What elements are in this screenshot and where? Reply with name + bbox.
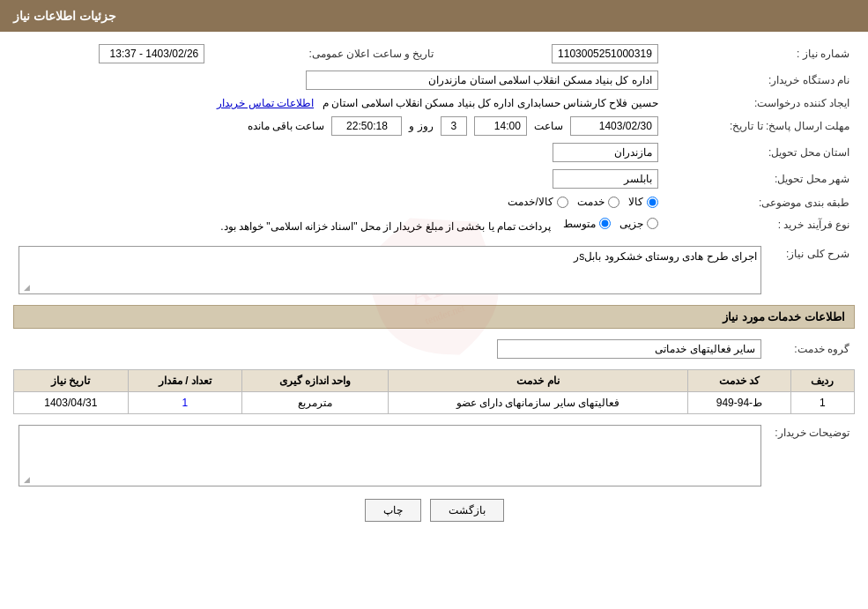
sharh-label: شرح کلی نیاز: [767, 242, 855, 298]
deadline-time-label: ساعت [534, 120, 563, 132]
goroh-label: گروه خدمت: [767, 336, 855, 362]
col-radif: ردیف [790, 370, 854, 392]
radio-kala: کالا [628, 196, 658, 208]
button-row: بازگشت چاپ [13, 499, 855, 522]
cell-code: ط-94-949 [688, 392, 791, 414]
deadline-flex: 1403/02/30 ساعت 14:00 3 روز و 22:50:18 س… [19, 116, 658, 136]
page-wrapper: جزئیات اطلاعات نیاز ATA tender.net شماره… [0, 0, 868, 609]
goroh-table: گروه خدمت: سایر فعالیتهای خدماتی [13, 336, 855, 362]
col-count: تعداد / مقدار [128, 370, 241, 392]
goroh-row: گروه خدمت: سایر فعالیتهای خدماتی [13, 336, 855, 362]
radio-jozei-input[interactable] [647, 218, 658, 229]
radio-motavaset-input[interactable] [599, 218, 611, 229]
services-data-table: ردیف کد خدمت نام خدمت واحد اندازه گیری ت… [13, 369, 855, 414]
radio-kala-khedmat-label: کالا/خدمت [508, 196, 553, 208]
deadline-unit: ساعت باقی مانده [248, 120, 325, 132]
dasgah-label: نام دستگاه خریدار: [664, 67, 855, 93]
purchase-type-label: نوع فرآیند خرید : [664, 214, 855, 236]
radio-motavaset: متوسط [563, 218, 611, 230]
back-button[interactable]: بازگشت [430, 499, 504, 522]
notes-resize-handle: ◢ [21, 475, 30, 484]
row-purchase-type: نوع فرآیند خرید : جزیی متوسط پرداخت تمام… [13, 214, 855, 236]
deadline-remaining-box: 22:50:18 [331, 116, 402, 136]
goroh-value-cell: سایر فعالیتهای خدماتی [13, 336, 767, 362]
radio-kala-khedmat: کالا/خدمت [508, 196, 568, 208]
goroh-box: سایر فعالیتهای خدماتی [497, 339, 761, 359]
sharh-row: شرح کلی نیاز: اجرای طرح هادی روستای خشکر… [13, 242, 855, 298]
purchase-desc-text: پرداخت تمام یا بخشی از مبلغ خریدار از مح… [220, 219, 551, 232]
classification-radios: کالا خدمت کالا/خدمت [13, 192, 664, 214]
radio-kala-input[interactable] [647, 197, 658, 208]
date-label: تاریخ و ساعت اعلان عمومی: [210, 41, 439, 67]
classification-label: طبقه بندی موضوعی: [664, 192, 855, 214]
contact-link[interactable]: اطلاعات تماس خریدار [217, 97, 314, 109]
cell-radif: 1 [790, 392, 854, 414]
col-unit: واحد اندازه گیری [242, 370, 389, 392]
notes-value-cell: ◢ [13, 421, 767, 490]
radio-khedmat: خدمت [577, 196, 619, 208]
deadline-day-label: روز و [409, 120, 433, 132]
deadline-label: مهلت ارسال پاسخ: تا تاریخ: [664, 113, 855, 139]
shomare-box: 1103005251000319 [552, 44, 658, 63]
main-content: ATA tender.net شماره نیاز : 110300525100… [0, 32, 868, 539]
radio-kala-khedmat-input[interactable] [557, 197, 568, 208]
city-value: بابلسر [13, 166, 664, 192]
purchase-group: جزیی متوسط [563, 218, 658, 230]
row-shomare-date: شماره نیاز : 1103005251000319 تاریخ و سا… [13, 41, 855, 67]
dasgah-value: اداره کل بنیاد مسکن انقلاب اسلامی استان … [13, 67, 664, 93]
dasgah-box: اداره کل بنیاد مسکن انقلاب اسلامی استان … [306, 71, 658, 90]
classification-group: کالا خدمت کالا/خدمت [508, 196, 657, 208]
services-section-title: اطلاعات خدمات مورد نیاز [13, 305, 855, 329]
creator-text: حسین فلاح کارشناس حسابداری اداره کل بنیا… [323, 97, 658, 109]
city-box: بابلسر [553, 169, 658, 189]
resize-handle: ◢ [21, 283, 30, 292]
radio-motavaset-label: متوسط [563, 218, 596, 230]
row-deadline: مهلت ارسال پاسخ: تا تاریخ: 1403/02/30 سا… [13, 113, 855, 139]
col-code: کد خدمت [688, 370, 791, 392]
cell-name: فعالیتهای سایر سازمانهای دارای عضو [388, 392, 687, 414]
shomare-value: 1103005251000319 [465, 41, 664, 67]
cell-count: 1 [128, 392, 241, 414]
page-title: جزئیات اطلاعات نیاز [13, 9, 116, 23]
radio-khedmat-input[interactable] [608, 197, 619, 208]
radio-jozei: جزیی [619, 218, 658, 230]
province-box: مازندران [553, 143, 658, 162]
services-tbody: 1 ط-94-949 فعالیتهای سایر سازمانهای دارا… [14, 392, 855, 414]
sharh-textarea-wrapper: اجرای طرح هادی روستای خشکرود بابلsر ◢ [19, 246, 761, 294]
row-city: شهر محل تحویل: بابلسر [13, 166, 855, 192]
notes-row: توضیحات خریدار: ◢ [13, 421, 855, 490]
province-label: استان محل تحویل: [664, 139, 855, 166]
col-date: تاریخ نیاز [14, 370, 129, 392]
services-thead: ردیف کد خدمت نام خدمت واحد اندازه گیری ت… [14, 370, 855, 392]
row-dasgah: نام دستگاه خریدار: اداره کل بنیاد مسکن ا… [13, 67, 855, 93]
deadline-date-box: 1403/02/30 [570, 116, 658, 136]
deadline-day-box: 3 [441, 116, 467, 136]
radio-jozei-label: جزیی [619, 218, 643, 230]
col-name: نام خدمت [388, 370, 687, 392]
info-table: شماره نیاز : 1103005251000319 تاریخ و سا… [13, 41, 855, 235]
print-button[interactable]: چاپ [365, 499, 421, 522]
notes-table: توضیحات خریدار: ◢ [13, 421, 855, 490]
deadline-time-box: 14:00 [474, 116, 527, 136]
services-header-row: ردیف کد خدمت نام خدمت واحد اندازه گیری ت… [14, 370, 855, 392]
province-value: مازندران [13, 139, 664, 166]
sharh-value-cell: اجرای طرح هادی روستای خشکرود بابلsر ◢ [13, 242, 767, 298]
sharh-table: شرح کلی نیاز: اجرای طرح هادی روستای خشکر… [13, 242, 855, 298]
date-value: 1403/02/26 - 13:37 [13, 41, 210, 67]
deadline-row: 1403/02/30 ساعت 14:00 3 روز و 22:50:18 س… [13, 113, 664, 139]
table-row: 1 ط-94-949 فعالیتهای سایر سازمانهای دارا… [14, 392, 855, 414]
cell-date: 1403/04/31 [14, 392, 129, 414]
city-label: شهر محل تحویل: [664, 166, 855, 192]
page-header: جزئیات اطلاعات نیاز [0, 0, 868, 32]
creator-value: حسین فلاح کارشناس حسابداری اداره کل بنیا… [13, 93, 664, 113]
row-creator: ایجاد کننده درخواست: حسین فلاح کارشناس ح… [13, 93, 855, 113]
row-province: استان محل تحویل: مازندران [13, 139, 855, 166]
shomare-label: شماره نیاز : [664, 41, 855, 67]
creator-label: ایجاد کننده درخواست: [664, 93, 855, 113]
notes-label: توضیحات خریدار: [767, 421, 855, 490]
radio-khedmat-label: خدمت [577, 196, 605, 208]
date-box: 1403/02/26 - 13:37 [99, 44, 204, 63]
sharh-text: اجرای طرح هادی روستای خشکرود بابلsر [574, 250, 757, 263]
purchase-type-content: جزیی متوسط پرداخت تمام یا بخشی از مبلغ خ… [13, 214, 664, 236]
notes-textarea-wrapper: ◢ [19, 425, 761, 486]
